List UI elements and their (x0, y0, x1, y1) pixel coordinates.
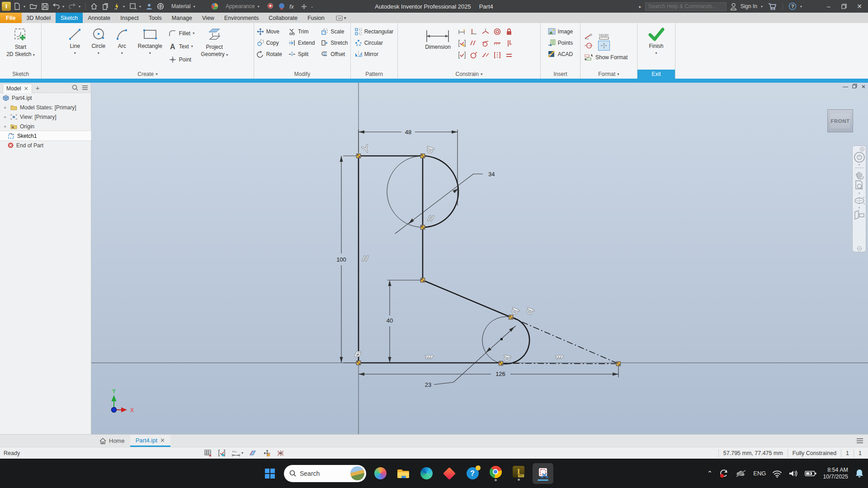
fx-parameters-icon[interactable]: fx (288, 1, 298, 11)
move-indicator-toggle[interactable] (263, 450, 271, 457)
dimension-126[interactable] (359, 366, 618, 377)
show-format-button[interactable]: Show Format (584, 52, 627, 63)
dimension-display-caret[interactable]: ▾ (241, 451, 243, 455)
project-geometry-tool[interactable]: Project Geometry ▾ (199, 26, 230, 59)
viewcube[interactable]: FRONT (827, 109, 853, 132)
centerline-horizontal[interactable] (501, 363, 618, 364)
undo-caret[interactable]: ▾ (62, 5, 66, 9)
help-caret[interactable]: ▾ (800, 5, 804, 9)
tab-fusion[interactable]: Fusion (302, 13, 330, 23)
undo-button[interactable] (51, 1, 61, 11)
close-button[interactable]: ✕ (854, 1, 865, 12)
perpendicular-constraint-button[interactable] (470, 28, 478, 36)
expander-icon[interactable]: + (4, 105, 8, 110)
centerline-diagonal[interactable] (511, 317, 618, 364)
extend-tool[interactable]: Extend (288, 37, 315, 48)
snipping-tool-active-icon[interactable] (533, 463, 553, 484)
finish-sketch-button[interactable]: Finish ▾ (646, 26, 667, 57)
clock[interactable]: 8:54 AM 10/7/2025 (823, 467, 848, 480)
browser-add-tab-button[interactable]: + (36, 84, 40, 92)
tab-3d-model[interactable]: 3D Model (22, 13, 56, 23)
dim-48-value[interactable]: 48 (405, 129, 411, 136)
move-tool[interactable]: Move (257, 26, 282, 37)
tab-view[interactable]: View (197, 13, 219, 23)
mirror-tool[interactable]: Mirror (355, 48, 394, 60)
navbar-menu-icon[interactable] (857, 246, 862, 251)
new-file-caret[interactable]: ▾ (24, 5, 27, 9)
browser-tab-close-icon[interactable]: ✕ (24, 85, 28, 92)
dim-126-value[interactable]: 126 (495, 371, 505, 377)
insert-points-tool[interactable]: Points (548, 37, 573, 48)
full-navigation-wheel-icon[interactable] (854, 151, 865, 163)
orbit-caret[interactable]: ▾ (859, 206, 860, 210)
tab-collaborate[interactable]: Collaborate (264, 13, 302, 23)
graphics-window[interactable]: 48 34 100 40 (91, 83, 868, 434)
fix-constraint-button[interactable] (470, 51, 478, 59)
stretch-tool[interactable]: Stretch (321, 37, 348, 48)
expander-icon[interactable]: + (4, 124, 8, 129)
tab-annotate[interactable]: Annotate (83, 13, 115, 23)
clear-appearance-icon[interactable] (277, 1, 287, 11)
split-tool[interactable]: Split (288, 48, 315, 60)
diamond-app-icon[interactable] (440, 465, 458, 483)
browser-node-origin[interactable]: + Origin (0, 122, 91, 131)
doc-minimize-icon[interactable]: — (843, 84, 848, 90)
driven-dimension-button[interactable]: H(x)H (599, 33, 610, 40)
appearance-combo[interactable]: Appearance▾ (223, 2, 264, 10)
sketch-canvas[interactable]: 48 34 100 40 (91, 83, 868, 434)
language-indicator[interactable]: ENG (753, 470, 766, 477)
notification-bell-icon[interactable] (854, 468, 864, 479)
wifi-tray-icon[interactable] (772, 469, 782, 478)
browser-menu-icon[interactable] (82, 85, 88, 90)
panel-label-create[interactable]: Create▾ (42, 70, 254, 79)
battery-tray-icon[interactable] (805, 470, 816, 477)
chrome-browser-icon[interactable] (486, 465, 505, 483)
tab-environments[interactable]: Environments (219, 13, 264, 23)
offset-tool[interactable]: Offset (321, 48, 348, 60)
restore-button[interactable] (838, 1, 850, 12)
ribbon-collapse-button[interactable]: ▾ (336, 13, 346, 23)
tray-expand-chevron[interactable]: ⌃ (707, 469, 713, 478)
centerline-button[interactable] (584, 42, 594, 49)
help-search-input[interactable] (645, 2, 726, 11)
edge-browser-icon[interactable] (417, 465, 435, 483)
dimension-34[interactable] (395, 174, 483, 234)
dimension-48[interactable] (359, 130, 458, 206)
dim-40-value[interactable]: 40 (387, 317, 393, 324)
sketch-points[interactable] (357, 154, 621, 366)
qat-add-icon[interactable] (299, 1, 309, 11)
browser-node-model-states[interactable]: + Model States: [Primary] (0, 103, 91, 112)
part4-tab-close-icon[interactable]: ✕ (160, 437, 165, 444)
qat-customize-caret[interactable]: ⌄ (311, 5, 314, 9)
sign-in-button[interactable]: Sign In (741, 3, 757, 9)
start-2d-sketch-button[interactable]: Start 2D Sketch ▾ (5, 26, 37, 59)
help-app-icon[interactable]: ? (463, 465, 481, 483)
paste-button[interactable] (100, 1, 110, 11)
arc-tool[interactable]: Arc▾ (113, 26, 132, 57)
slice-graphics-toggle[interactable] (249, 450, 258, 457)
view-settings-icon[interactable] (128, 1, 138, 11)
constraint-settings-button[interactable] (458, 39, 466, 47)
redo-caret[interactable]: ▾ (79, 5, 82, 9)
line-tool[interactable]: Line▾ (66, 26, 85, 57)
onedrive-tray-icon[interactable] (735, 469, 747, 478)
rotate-tool[interactable]: Rotate (257, 48, 282, 60)
collinear-constraint-button[interactable] (493, 39, 501, 47)
panel-label-constrain[interactable]: Constrain▾ (398, 70, 540, 79)
doc-tabs-menu-icon[interactable] (856, 438, 863, 444)
home-tab[interactable]: Home (94, 435, 130, 447)
concentric-constraint-button[interactable] (493, 28, 501, 36)
cart-icon[interactable] (768, 3, 777, 10)
dim-23-value[interactable]: 23 (425, 381, 431, 388)
construction-line-button[interactable] (584, 33, 594, 40)
doc-close-icon[interactable]: ✕ (861, 84, 866, 90)
copilot-app-icon[interactable] (371, 465, 389, 483)
quick-command-caret[interactable]: ▾ (123, 5, 127, 9)
circle-tool[interactable]: Circle▾ (89, 26, 108, 57)
circular-pattern-tool[interactable]: Circular (355, 37, 394, 48)
redo-button[interactable] (67, 1, 77, 11)
navbar-close-icon[interactable] (860, 147, 864, 151)
new-file-button[interactable] (12, 1, 22, 11)
zoom-caret[interactable]: ▾ (859, 192, 860, 195)
quick-command-icon[interactable] (112, 1, 122, 11)
